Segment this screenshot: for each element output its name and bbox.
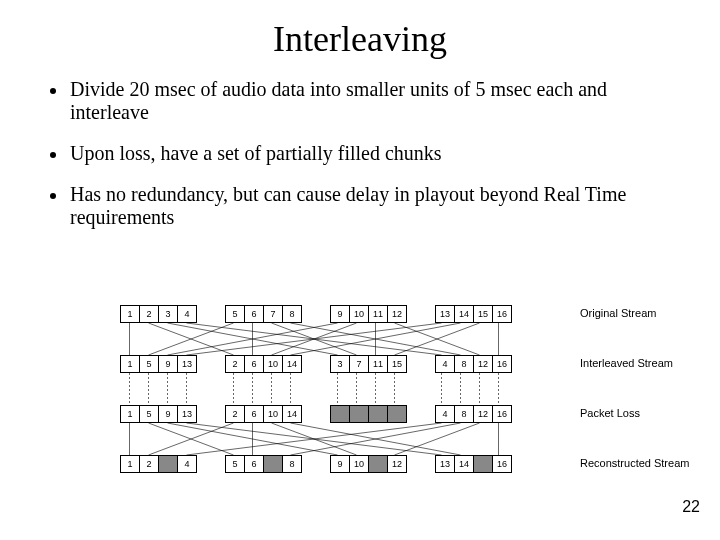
svg-line-12 (187, 323, 442, 355)
bullet-item: Divide 20 msec of audio data into smalle… (50, 78, 680, 124)
cell: 9 (331, 456, 350, 472)
bullet-text: Divide 20 msec of audio data into smalle… (70, 78, 680, 124)
cell: 14 (283, 356, 301, 372)
svg-line-39 (291, 423, 461, 455)
cell: 12 (474, 356, 493, 372)
cell-group: 261014 (225, 405, 302, 423)
svg-line-9 (272, 323, 357, 355)
row-label: Packet Loss (580, 407, 640, 419)
svg-line-14 (395, 323, 480, 355)
cell: 5 (140, 406, 159, 422)
cell: 14 (283, 406, 301, 422)
cell: 16 (493, 406, 511, 422)
cell (264, 456, 283, 472)
cell: 1 (121, 356, 140, 372)
cell-group: 1234 (120, 305, 197, 323)
cell: 10 (264, 356, 283, 372)
cell-group: 131416 (435, 455, 512, 473)
cell: 16 (493, 356, 511, 372)
cell (369, 456, 388, 472)
cell-group: 9101112 (330, 305, 407, 323)
cell: 4 (178, 456, 196, 472)
cell: 2 (140, 306, 159, 322)
cell: 5 (226, 306, 245, 322)
cell-group: 481216 (435, 405, 512, 423)
cell-group: 371115 (330, 355, 407, 373)
cell: 6 (245, 456, 264, 472)
cell: 8 (455, 406, 474, 422)
svg-line-2 (168, 323, 338, 355)
cell: 9 (159, 406, 178, 422)
bullet-item: Has no redundancy, but can cause delay i… (50, 183, 680, 229)
svg-line-4 (149, 323, 234, 355)
cell: 1 (121, 306, 140, 322)
cell: 7 (350, 356, 369, 372)
svg-line-8 (168, 323, 338, 355)
svg-line-7 (291, 323, 461, 355)
cell: 13 (178, 406, 196, 422)
cell: 15 (474, 306, 493, 322)
cell: 4 (436, 406, 455, 422)
cell: 1 (121, 456, 140, 472)
bullet-dot-icon (50, 193, 56, 199)
bullet-list: Divide 20 msec of audio data into smalle… (50, 78, 680, 229)
cell: 7 (264, 306, 283, 322)
svg-line-42 (395, 423, 480, 455)
cell-group: 481216 (435, 355, 512, 373)
cell-group: 91012 (330, 455, 407, 473)
cell: 11 (369, 356, 388, 372)
cell: 3 (331, 356, 350, 372)
svg-line-38 (272, 423, 357, 455)
cell: 10 (350, 306, 369, 322)
svg-line-1 (149, 323, 234, 355)
diagram-row: 15913261014371115481216Interleaved Strea… (120, 355, 600, 373)
cell: 2 (140, 456, 159, 472)
cell: 6 (245, 306, 264, 322)
svg-line-36 (149, 423, 234, 455)
svg-line-6 (272, 323, 357, 355)
cell: 12 (474, 406, 493, 422)
cell: 14 (455, 306, 474, 322)
cell: 12 (388, 456, 406, 472)
cell: 16 (493, 456, 511, 472)
cell: 16 (493, 306, 511, 322)
slide-title: Interleaving (0, 18, 720, 60)
cell: 10 (264, 406, 283, 422)
svg-line-40 (187, 423, 442, 455)
cell: 10 (350, 456, 369, 472)
cell: 13 (436, 456, 455, 472)
cell (369, 406, 388, 422)
cell-group: 261014 (225, 355, 302, 373)
diagram-row: 12345678910111213141516Original Stream (120, 305, 600, 323)
cell: 14 (455, 456, 474, 472)
diagram-row: 12456891012131416Reconstructed Stream (120, 455, 600, 473)
cell: 2 (226, 406, 245, 422)
cell: 5 (140, 356, 159, 372)
cell: 8 (283, 306, 301, 322)
cell: 15 (388, 356, 406, 372)
cell-group: 124 (120, 455, 197, 473)
cell (350, 406, 369, 422)
cell (331, 406, 350, 422)
cell: 9 (159, 356, 178, 372)
cell: 6 (245, 356, 264, 372)
cell: 3 (159, 306, 178, 322)
svg-line-3 (187, 323, 442, 355)
cell: 8 (283, 456, 301, 472)
svg-line-11 (395, 323, 480, 355)
row-label: Interleaved Stream (580, 357, 673, 369)
cell-group: 15913 (120, 355, 197, 373)
cell: 4 (178, 306, 196, 322)
cell: 6 (245, 406, 264, 422)
cell: 4 (436, 356, 455, 372)
cell: 8 (455, 356, 474, 372)
interleaving-diagram: 12345678910111213141516Original Stream15… (120, 305, 600, 505)
bullet-text: Has no redundancy, but can cause delay i… (70, 183, 680, 229)
cell-group: 13141516 (435, 305, 512, 323)
cell-group: 568 (225, 455, 302, 473)
row-label: Original Stream (580, 307, 656, 319)
svg-line-34 (168, 423, 338, 455)
cell-group: 5678 (225, 305, 302, 323)
cell: 9 (331, 306, 350, 322)
cell (474, 456, 493, 472)
